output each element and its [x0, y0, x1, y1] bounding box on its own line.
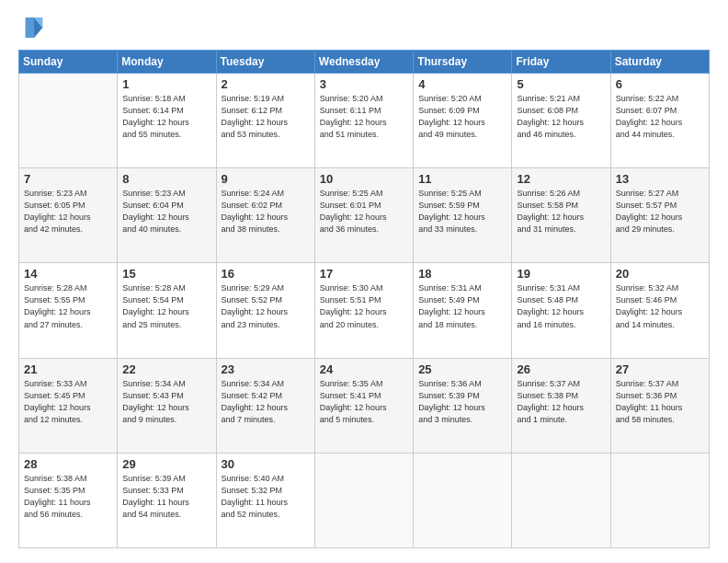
cell-info: Sunrise: 5:37 AM Sunset: 5:36 PM Dayligh…: [616, 378, 704, 426]
cell-info: Sunrise: 5:26 AM Sunset: 5:58 PM Dayligh…: [517, 188, 605, 236]
day-number: 2: [222, 77, 310, 91]
calendar-cell: 24Sunrise: 5:35 AM Sunset: 5:41 PM Dayli…: [314, 358, 413, 453]
calendar-cell: 22Sunrise: 5:34 AM Sunset: 5:43 PM Dayli…: [118, 358, 216, 453]
cell-info: Sunrise: 5:31 AM Sunset: 5:49 PM Dayligh…: [418, 282, 506, 330]
day-number: 24: [320, 362, 408, 376]
cell-info: Sunrise: 5:30 AM Sunset: 5:51 PM Dayligh…: [320, 282, 408, 330]
cell-info: Sunrise: 5:34 AM Sunset: 5:43 PM Dayligh…: [122, 378, 210, 426]
cell-info: Sunrise: 5:38 AM Sunset: 5:35 PM Dayligh…: [24, 473, 112, 521]
cell-info: Sunrise: 5:20 AM Sunset: 6:09 PM Dayligh…: [418, 93, 506, 141]
day-number: 8: [122, 172, 210, 186]
cell-info: Sunrise: 5:33 AM Sunset: 5:45 PM Dayligh…: [24, 378, 112, 426]
day-number: 26: [517, 362, 605, 376]
calendar-cell: 25Sunrise: 5:36 AM Sunset: 5:39 PM Dayli…: [414, 358, 512, 453]
weekday-header-wednesday: Wednesday: [314, 51, 413, 74]
weekday-header-sunday: Sunday: [19, 51, 118, 74]
calendar-cell: 8Sunrise: 5:23 AM Sunset: 6:04 PM Daylig…: [118, 168, 216, 263]
header: [18, 15, 710, 40]
calendar-cell: 10Sunrise: 5:25 AM Sunset: 6:01 PM Dayli…: [314, 168, 413, 263]
day-number: 19: [517, 267, 605, 281]
day-number: 15: [122, 267, 210, 281]
cell-info: Sunrise: 5:20 AM Sunset: 6:11 PM Dayligh…: [320, 93, 408, 141]
weekday-header-saturday: Saturday: [610, 51, 709, 74]
week-row-1: 1Sunrise: 5:18 AM Sunset: 6:14 PM Daylig…: [19, 74, 710, 168]
day-number: 22: [122, 362, 210, 376]
cell-info: Sunrise: 5:35 AM Sunset: 5:41 PM Dayligh…: [320, 378, 408, 426]
calendar-cell: [19, 74, 118, 168]
cell-info: Sunrise: 5:23 AM Sunset: 6:05 PM Dayligh…: [24, 188, 112, 236]
day-number: 17: [320, 267, 408, 281]
day-number: 5: [517, 77, 605, 91]
day-number: 4: [418, 77, 506, 91]
day-number: 23: [222, 362, 310, 376]
calendar-cell: 28Sunrise: 5:38 AM Sunset: 5:35 PM Dayli…: [19, 453, 118, 547]
day-number: 30: [222, 457, 310, 471]
weekday-header-tuesday: Tuesday: [216, 51, 314, 74]
calendar-cell: [610, 453, 709, 547]
weekday-header-thursday: Thursday: [414, 51, 512, 74]
day-number: 21: [24, 362, 112, 376]
cell-info: Sunrise: 5:25 AM Sunset: 6:01 PM Dayligh…: [320, 188, 408, 236]
weekday-header-friday: Friday: [512, 51, 610, 74]
calendar-cell: 4Sunrise: 5:20 AM Sunset: 6:09 PM Daylig…: [414, 74, 512, 168]
logo: [18, 15, 48, 40]
cell-info: Sunrise: 5:34 AM Sunset: 5:42 PM Dayligh…: [222, 378, 310, 426]
cell-info: Sunrise: 5:24 AM Sunset: 6:02 PM Dayligh…: [222, 188, 310, 236]
cell-info: Sunrise: 5:25 AM Sunset: 5:59 PM Dayligh…: [418, 188, 506, 236]
calendar-cell: 9Sunrise: 5:24 AM Sunset: 6:02 PM Daylig…: [216, 168, 314, 263]
calendar-cell: [414, 453, 512, 547]
cell-info: Sunrise: 5:36 AM Sunset: 5:39 PM Dayligh…: [418, 378, 506, 426]
calendar-cell: 19Sunrise: 5:31 AM Sunset: 5:48 PM Dayli…: [512, 263, 610, 358]
page: SundayMondayTuesdayWednesdayThursdayFrid…: [0, 0, 728, 563]
calendar-cell: 11Sunrise: 5:25 AM Sunset: 5:59 PM Dayli…: [414, 168, 512, 263]
day-number: 18: [418, 267, 506, 281]
calendar-cell: 6Sunrise: 5:22 AM Sunset: 6:07 PM Daylig…: [610, 74, 709, 168]
cell-info: Sunrise: 5:37 AM Sunset: 5:38 PM Dayligh…: [517, 378, 605, 426]
day-number: 13: [616, 172, 704, 186]
calendar-cell: 26Sunrise: 5:37 AM Sunset: 5:38 PM Dayli…: [512, 358, 610, 453]
calendar-cell: 23Sunrise: 5:34 AM Sunset: 5:42 PM Dayli…: [216, 358, 314, 453]
calendar-cell: 16Sunrise: 5:29 AM Sunset: 5:52 PM Dayli…: [216, 263, 314, 358]
calendar-cell: 15Sunrise: 5:28 AM Sunset: 5:54 PM Dayli…: [118, 263, 216, 358]
calendar-cell: 29Sunrise: 5:39 AM Sunset: 5:33 PM Dayli…: [118, 453, 216, 547]
week-row-4: 21Sunrise: 5:33 AM Sunset: 5:45 PM Dayli…: [19, 358, 710, 453]
day-number: 1: [122, 77, 210, 91]
calendar-cell: 3Sunrise: 5:20 AM Sunset: 6:11 PM Daylig…: [314, 74, 413, 168]
day-number: 27: [616, 362, 704, 376]
calendar-cell: 5Sunrise: 5:21 AM Sunset: 6:08 PM Daylig…: [512, 74, 610, 168]
day-number: 10: [320, 172, 408, 186]
week-row-5: 28Sunrise: 5:38 AM Sunset: 5:35 PM Dayli…: [19, 453, 710, 547]
day-number: 7: [24, 172, 112, 186]
calendar-table: SundayMondayTuesdayWednesdayThursdayFrid…: [18, 50, 710, 548]
calendar-cell: 14Sunrise: 5:28 AM Sunset: 5:55 PM Dayli…: [19, 263, 118, 358]
cell-info: Sunrise: 5:28 AM Sunset: 5:54 PM Dayligh…: [122, 282, 210, 330]
cell-info: Sunrise: 5:32 AM Sunset: 5:46 PM Dayligh…: [616, 282, 704, 330]
calendar-cell: [314, 453, 413, 547]
day-number: 12: [517, 172, 605, 186]
calendar-cell: 21Sunrise: 5:33 AM Sunset: 5:45 PM Dayli…: [19, 358, 118, 453]
day-number: 16: [222, 267, 310, 281]
calendar-cell: 30Sunrise: 5:40 AM Sunset: 5:32 PM Dayli…: [216, 453, 314, 547]
day-number: 14: [24, 267, 112, 281]
calendar-cell: 18Sunrise: 5:31 AM Sunset: 5:49 PM Dayli…: [414, 263, 512, 358]
cell-info: Sunrise: 5:39 AM Sunset: 5:33 PM Dayligh…: [122, 473, 210, 521]
logo-icon: [18, 15, 44, 40]
cell-info: Sunrise: 5:19 AM Sunset: 6:12 PM Dayligh…: [222, 93, 310, 141]
cell-info: Sunrise: 5:28 AM Sunset: 5:55 PM Dayligh…: [24, 282, 112, 330]
calendar-cell: 7Sunrise: 5:23 AM Sunset: 6:05 PM Daylig…: [19, 168, 118, 263]
calendar-cell: 13Sunrise: 5:27 AM Sunset: 5:57 PM Dayli…: [610, 168, 709, 263]
cell-info: Sunrise: 5:29 AM Sunset: 5:52 PM Dayligh…: [222, 282, 310, 330]
week-row-2: 7Sunrise: 5:23 AM Sunset: 6:05 PM Daylig…: [19, 168, 710, 263]
day-number: 9: [222, 172, 310, 186]
calendar-cell: [512, 453, 610, 547]
weekday-header-monday: Monday: [118, 51, 216, 74]
cell-info: Sunrise: 5:18 AM Sunset: 6:14 PM Dayligh…: [122, 93, 210, 141]
day-number: 28: [24, 457, 112, 471]
cell-info: Sunrise: 5:21 AM Sunset: 6:08 PM Dayligh…: [517, 93, 605, 141]
day-number: 11: [418, 172, 506, 186]
calendar-cell: 2Sunrise: 5:19 AM Sunset: 6:12 PM Daylig…: [216, 74, 314, 168]
cell-info: Sunrise: 5:27 AM Sunset: 5:57 PM Dayligh…: [616, 188, 704, 236]
cell-info: Sunrise: 5:22 AM Sunset: 6:07 PM Dayligh…: [616, 93, 704, 141]
day-number: 6: [616, 77, 704, 91]
calendar-cell: 17Sunrise: 5:30 AM Sunset: 5:51 PM Dayli…: [314, 263, 413, 358]
